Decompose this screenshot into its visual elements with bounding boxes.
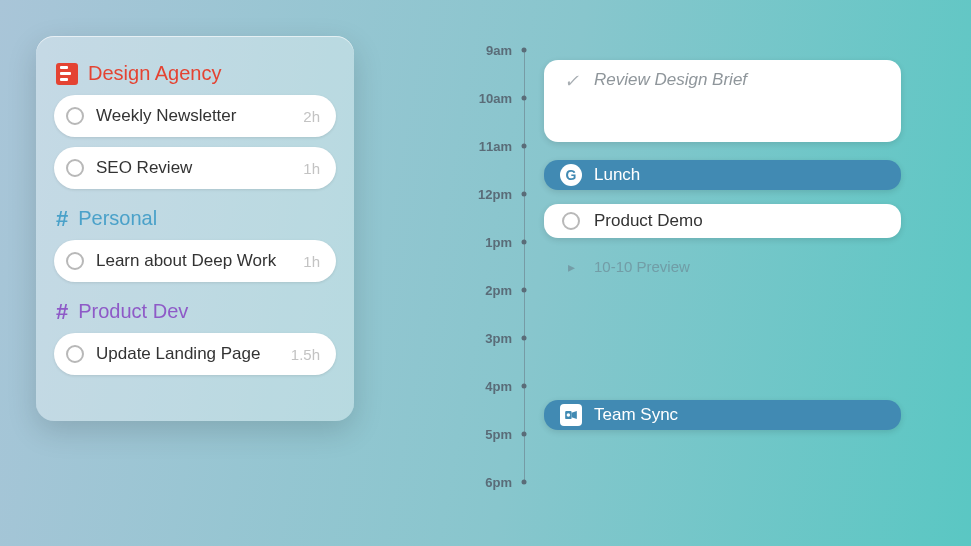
hour-dot-icon <box>522 432 527 437</box>
section-product-dev: # Product Dev Update Landing Page 1.5h <box>54 300 336 375</box>
svg-point-1 <box>567 414 571 418</box>
calendar-event[interactable]: GLunch <box>544 160 901 190</box>
hour-label: 1pm <box>470 235 512 250</box>
section-title: Personal <box>78 207 157 230</box>
timeline: 9am10am11am12pm1pm2pm3pm4pm5pm6pm ✓Revie… <box>470 50 901 516</box>
timeline-events: ✓Review Design BriefGLunchProduct Demo▸1… <box>544 50 901 516</box>
hour-dot-icon <box>522 480 527 485</box>
timeline-axis <box>524 50 525 482</box>
hour-label: 2pm <box>470 283 512 298</box>
calendar-event: ▸10-10 Preview <box>544 252 901 282</box>
hour-dot-icon <box>522 48 527 53</box>
hour-label: 10am <box>470 91 512 106</box>
calendar-event[interactable]: ✓Review Design Brief <box>544 60 901 142</box>
triangle-icon: ▸ <box>560 256 582 278</box>
outlook-icon <box>560 404 582 426</box>
hour-label: 4pm <box>470 379 512 394</box>
hour-label: 3pm <box>470 331 512 346</box>
checkbox-icon[interactable] <box>66 159 84 177</box>
section-header[interactable]: # Personal <box>56 207 334 230</box>
task-title: Learn about Deep Work <box>96 251 295 271</box>
hour-dot-icon <box>522 384 527 389</box>
task-row[interactable]: Update Landing Page 1.5h <box>54 333 336 375</box>
section-title: Design Agency <box>88 62 221 85</box>
checkbox-icon[interactable] <box>66 107 84 125</box>
hour-label: 11am <box>470 139 512 154</box>
hour-dot-icon <box>522 192 527 197</box>
task-duration: 1.5h <box>291 346 320 363</box>
hour-dot-icon <box>522 240 527 245</box>
hour-label: 5pm <box>470 427 512 442</box>
checkmark-icon: ✓ <box>560 70 582 92</box>
checkbox-icon[interactable] <box>560 210 582 232</box>
task-row[interactable]: Learn about Deep Work 1h <box>54 240 336 282</box>
task-duration: 1h <box>303 253 320 270</box>
checkbox-icon[interactable] <box>66 345 84 363</box>
task-panel: Design Agency Weekly Newsletter 2h SEO R… <box>36 36 354 421</box>
task-title: SEO Review <box>96 158 295 178</box>
todoist-icon <box>56 63 78 85</box>
task-duration: 1h <box>303 160 320 177</box>
task-title: Weekly Newsletter <box>96 106 295 126</box>
hour-label: 9am <box>470 43 512 58</box>
hash-icon: # <box>56 301 68 323</box>
section-header[interactable]: Design Agency <box>56 62 334 85</box>
google-icon: G <box>560 164 582 186</box>
checkbox-icon[interactable] <box>66 252 84 270</box>
hour-dot-icon <box>522 96 527 101</box>
section-personal: # Personal Learn about Deep Work 1h <box>54 207 336 282</box>
event-title: Team Sync <box>594 405 885 425</box>
event-title: Product Demo <box>594 211 885 231</box>
hash-icon: # <box>56 208 68 230</box>
task-duration: 2h <box>303 108 320 125</box>
event-title: 10-10 Preview <box>594 258 885 275</box>
hour-label: 6pm <box>470 475 512 490</box>
event-title: Lunch <box>594 165 885 185</box>
hour-dot-icon <box>522 144 527 149</box>
event-title: Review Design Brief <box>594 70 885 90</box>
section-header[interactable]: # Product Dev <box>56 300 334 323</box>
hour-dot-icon <box>522 336 527 341</box>
section-design-agency: Design Agency Weekly Newsletter 2h SEO R… <box>54 62 336 189</box>
hour-dot-icon <box>522 288 527 293</box>
task-row[interactable]: Weekly Newsletter 2h <box>54 95 336 137</box>
task-title: Update Landing Page <box>96 344 283 364</box>
hour-label: 12pm <box>470 187 512 202</box>
task-row[interactable]: SEO Review 1h <box>54 147 336 189</box>
calendar-event[interactable]: Team Sync <box>544 400 901 430</box>
calendar-event[interactable]: Product Demo <box>544 204 901 238</box>
section-title: Product Dev <box>78 300 188 323</box>
